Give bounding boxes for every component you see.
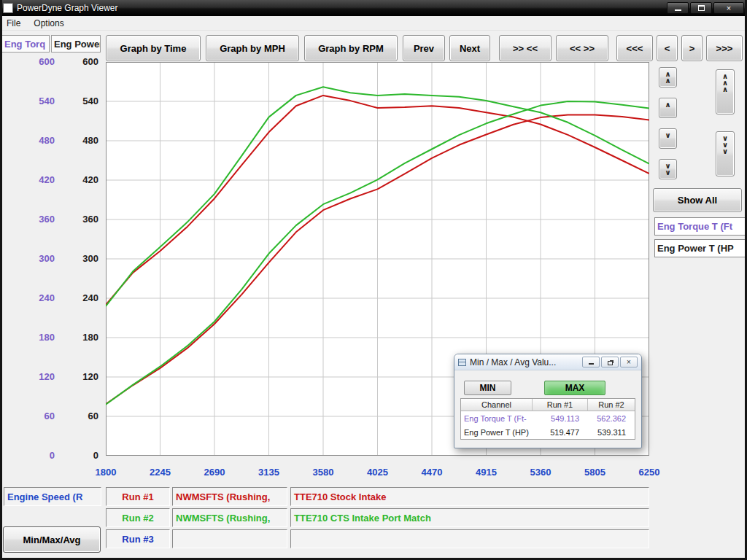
y-tick-label: 540 (63, 96, 98, 107)
x-tick-label: 5805 (573, 467, 617, 478)
run1-description: TTE710 Stock Intake (290, 487, 649, 506)
menu-file[interactable]: File (0, 17, 27, 30)
next-button[interactable]: Next (449, 35, 490, 61)
x-tick-label: 4470 (410, 467, 454, 478)
app-icon (3, 3, 13, 13)
column-header-run2[interactable]: Run #2 (588, 399, 635, 411)
legend-eng-torque[interactable]: Eng Torque T (Ft (654, 217, 746, 236)
run3-label: Run #3 (106, 529, 170, 548)
y-tick-label: 120 (63, 371, 98, 383)
x-axis-labels: 1800224526903135358040254470491553605805… (106, 467, 649, 480)
menu-bar: File Options (0, 16, 747, 31)
column-header-channel[interactable]: Channel (461, 399, 533, 411)
collapse-y-scale-button[interactable]: ∨ ∨ ∨ (716, 131, 735, 176)
x-tick-label: 2690 (193, 467, 236, 478)
y-tick-label: 480 (20, 135, 55, 147)
y-tick-label: 60 (20, 411, 55, 422)
scroll-down-fast-button[interactable]: ∨ ∨ (659, 159, 677, 179)
run2-file: NWMSFTS (Rushing, (172, 508, 287, 527)
minimize-icon (589, 363, 594, 365)
cell-channel: Eng Power T (HP) (461, 425, 533, 439)
y-tick-label: 420 (20, 174, 55, 186)
cell-run2-value: 539.311 (588, 425, 635, 439)
y-tick-label: 360 (20, 214, 55, 225)
y-tick-label: 480 (63, 135, 98, 147)
x-tick-label: 3135 (247, 467, 291, 478)
expand-y-scale-button[interactable]: ∧ ∧ ∧ (716, 69, 735, 114)
run1-file: NWMSFTS (Rushing, (172, 487, 287, 506)
column-header-run1[interactable]: Run #1 (533, 399, 588, 411)
minmax-window: Min / Max / Avg Valu... × MIN MAX Channe… (454, 354, 642, 448)
legend-eng-power[interactable]: Eng Power T (HP (654, 239, 746, 257)
table-row-power: Eng Power T (HP) 519.477 539.311 (461, 425, 635, 439)
maximize-icon (698, 5, 705, 11)
x-tick-label: 6250 (627, 467, 671, 478)
y-tick-label: 360 (63, 214, 98, 225)
scroll-up-fast-button[interactable]: ∧ ∧ (659, 67, 677, 88)
zoom-in-x-button[interactable]: >> << (499, 35, 551, 61)
x-tick-label: 3580 (301, 467, 345, 478)
maximize-button[interactable] (690, 2, 712, 14)
pan-left-fast-button[interactable]: <<< (616, 35, 653, 61)
minmax-close-button[interactable]: × (620, 357, 638, 368)
close-button[interactable]: × (713, 2, 744, 14)
y-tick-label: 540 (20, 96, 55, 107)
pan-left-button[interactable]: < (657, 35, 678, 61)
x-tick-label: 5360 (519, 467, 562, 478)
run3-description (290, 529, 649, 548)
title-bar[interactable]: PowerDyne Graph Viewer × (0, 0, 747, 16)
table-header-row: Channel Run #1 Run #2 (461, 399, 635, 411)
y-tick-label: 240 (20, 292, 55, 304)
minmax-avg-button[interactable]: Min/Max/Avg (3, 526, 101, 553)
y-axis-torque-labels: 060120180240300360420480540600 (20, 62, 55, 456)
y-tick-label: 300 (63, 253, 98, 265)
minmax-minimize-button[interactable] (582, 357, 600, 368)
y-tick-label: 240 (63, 292, 98, 304)
y-tick-label: 120 (20, 371, 55, 383)
show-all-button[interactable]: Show All (653, 188, 742, 212)
run3-file (172, 529, 287, 548)
max-button[interactable]: MAX (544, 381, 605, 395)
minmax-table: Channel Run #1 Run #2 Eng Torque T (Ft- … (460, 398, 635, 440)
pan-right-button[interactable]: > (681, 35, 703, 61)
y-tick-label: 420 (63, 174, 98, 186)
y-tick-label: 600 (20, 56, 55, 68)
x-tick-label: 2245 (139, 467, 182, 478)
run3-row: Run #3 (0, 529, 747, 548)
table-icon (458, 359, 466, 366)
pan-right-fast-button[interactable]: >>> (706, 35, 743, 61)
y-tick-label: 180 (63, 332, 98, 343)
y-tick-label: 600 (63, 56, 98, 68)
prev-button[interactable]: Prev (403, 35, 445, 61)
y-tick-label: 0 (20, 450, 55, 462)
graph-by-mph-button[interactable]: Graph by MPH (206, 35, 299, 61)
y-tick-label: 180 (20, 332, 55, 343)
minimize-button[interactable] (667, 2, 689, 14)
run2-row: Run #2 NWMSFTS (Rushing, TTE710 CTS Inta… (0, 508, 747, 527)
x-tick-label: 4915 (465, 467, 508, 478)
window-title: PowerDyne Graph Viewer (17, 3, 118, 13)
y-tick-label: 0 (63, 450, 98, 462)
run2-label: Run #2 (106, 508, 170, 527)
y-tick-label: 300 (20, 253, 55, 265)
cell-channel: Eng Torque T (Ft- (461, 411, 533, 425)
scroll-up-button[interactable]: ∧ (659, 98, 677, 118)
x-tick-label: 1800 (84, 467, 128, 478)
y-tick-label: 60 (63, 411, 98, 422)
cell-run1-value: 519.477 (533, 425, 588, 439)
minmax-titlebar[interactable]: Min / Max / Avg Valu... × (454, 354, 641, 370)
table-row-torque: Eng Torque T (Ft- 549.113 562.362 (461, 411, 635, 425)
zoom-out-x-button[interactable]: << >> (556, 35, 608, 61)
menu-options[interactable]: Options (27, 17, 70, 30)
min-button[interactable]: MIN (464, 381, 511, 395)
run1-row: Run #1 NWMSFTS (Rushing, TTE710 Stock In… (0, 487, 747, 506)
tab-eng-power[interactable]: Eng Power (51, 35, 101, 52)
graph-by-time-button[interactable]: Graph by Time (106, 35, 201, 61)
scroll-down-button[interactable]: ∨ (659, 128, 677, 149)
tab-eng-torque[interactable]: Eng Torq (1, 35, 50, 52)
run2-description: TTE710 CTS Intake Port Match (290, 508, 649, 527)
graph-by-rpm-button[interactable]: Graph by RPM (304, 35, 398, 61)
cell-run2-value: 562.362 (588, 411, 635, 425)
minmax-restore-button[interactable] (601, 357, 619, 368)
minmax-title: Min / Max / Avg Valu... (470, 357, 581, 368)
